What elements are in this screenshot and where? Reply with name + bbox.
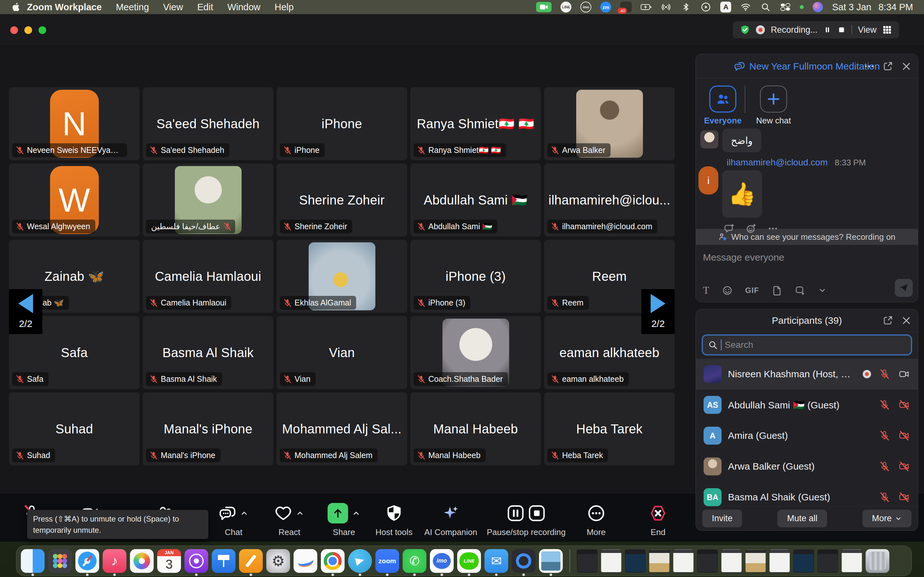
minimized-window-thumbnail[interactable] <box>745 550 766 572</box>
video-tile[interactable]: Manal's iPhone Manal's iPhone <box>143 392 273 466</box>
dock-zoom-icon[interactable]: zoom <box>375 549 399 573</box>
participant-row[interactable]: A Amira (Guest) <box>696 420 918 451</box>
video-tile[interactable]: Basma Al Shaik Basma Al Shaik <box>143 316 273 389</box>
dock-launchpad-icon[interactable] <box>48 549 72 573</box>
video-tile[interactable]: Sa'eed Shehadeh Sa'eed Shehadeh <box>143 87 273 160</box>
video-tile[interactable]: Heba Tarek Heba Tarek <box>544 392 675 466</box>
message-more-icon[interactable] <box>768 223 778 234</box>
format-text-icon[interactable]: T <box>703 284 709 296</box>
bluetooth-icon[interactable] <box>680 2 691 12</box>
video-tile[interactable]: ilhamamireh@iclou... ilhamamireh@icloud.… <box>544 163 675 237</box>
dock-preview-icon[interactable] <box>539 549 563 573</box>
chat-icon[interactable] <box>219 504 236 522</box>
chat-close-icon[interactable] <box>901 61 911 71</box>
share-chevron-icon[interactable] <box>352 509 360 517</box>
pause-recording-icon[interactable] <box>823 26 832 34</box>
participant-row[interactable]: AS Abdullah Sami 🇯🇴 (Guest) <box>696 390 918 420</box>
video-tile[interactable]: عطاف/حيفا فلسطين <box>143 163 273 237</box>
menu-clock[interactable]: Sat 3 Jan8:34 PM <box>832 2 913 13</box>
message-avatar[interactable]: i <box>698 166 718 195</box>
dock-calendar-icon[interactable]: JAN3 <box>157 549 181 573</box>
menu-zoom-workplace[interactable]: Zoom Workplace <box>20 2 109 13</box>
minimized-window-thumbnail[interactable] <box>842 550 862 572</box>
menu-view[interactable]: View <box>156 2 190 13</box>
menu-edit[interactable]: Edit <box>190 2 220 13</box>
dock-settings-icon[interactable]: ⚙ <box>266 549 290 573</box>
chat-message-bubble[interactable]: 👍 <box>722 170 762 218</box>
apple-logo-icon[interactable] <box>11 2 20 12</box>
participant-row[interactable]: BA Basma Al Shaik (Guest) <box>696 482 918 506</box>
share-control[interactable]: Share <box>328 503 360 537</box>
tab-new-chat[interactable]: New chat <box>754 85 793 126</box>
mute-all-button[interactable]: Mute all <box>777 510 827 527</box>
recording-control[interactable]: Pause/stop recording <box>487 503 565 537</box>
more-icon[interactable] <box>588 504 605 522</box>
video-tile[interactable]: Sherine Zoheir Sherine Zoheir <box>276 163 407 237</box>
minimized-window-thumbnail[interactable] <box>697 550 718 572</box>
airplay-hotspot-icon[interactable] <box>661 2 672 12</box>
wifi-icon[interactable] <box>740 2 751 12</box>
minimized-window-thumbnail[interactable] <box>673 550 694 572</box>
message-sender[interactable]: ilhamamireh@icloud.com <box>727 157 828 168</box>
attach-file-icon[interactable] <box>772 285 782 295</box>
invite-button[interactable]: Invite <box>702 510 742 527</box>
minimized-window-thumbnail[interactable] <box>577 550 598 572</box>
video-tile[interactable]: Suhad Suhad <box>9 392 140 466</box>
video-tile[interactable]: Arwa Balker <box>544 87 675 160</box>
video-tile[interactable]: N Neveen Sweis NEEVyana yoga <box>9 87 140 160</box>
line-status-icon[interactable]: LINE <box>561 2 572 13</box>
more-control[interactable]: More <box>586 503 606 537</box>
dock-keynote-icon[interactable] <box>212 549 236 573</box>
control-center-icon[interactable] <box>780 2 791 12</box>
video-tile[interactable]: Mohammed Alj Sal... Mohammed Alj Salem <box>276 392 407 466</box>
security-shield-icon[interactable] <box>740 25 750 35</box>
siri-icon[interactable] <box>813 2 823 12</box>
spotlight-search-icon[interactable] <box>760 2 771 12</box>
chat-compose-area[interactable]: Message everyone T GIF <box>696 245 918 302</box>
video-tile[interactable]: Ekhlas AlGamal <box>276 240 407 313</box>
pause-recording-button-icon[interactable] <box>507 505 524 522</box>
chat-chevron-icon[interactable] <box>240 509 248 517</box>
more-button[interactable]: More <box>863 510 912 527</box>
zoom-status-icon[interactable]: zm <box>600 2 611 13</box>
dock-mail-icon[interactable]: ✉ <box>485 549 508 573</box>
previous-page-button[interactable]: 2/2 <box>9 289 42 334</box>
imo-status-icon[interactable]: imo <box>580 2 591 13</box>
dock-music-icon[interactable]: ♪ <box>103 549 126 573</box>
send-message-button[interactable] <box>895 279 913 297</box>
dock-finder-icon[interactable] <box>21 549 45 573</box>
minimized-window-thumbnail[interactable] <box>721 550 742 572</box>
end-control[interactable]: End <box>649 503 667 537</box>
emoji-icon[interactable] <box>722 285 732 295</box>
dock-pages-icon[interactable] <box>239 549 263 573</box>
gif-icon[interactable]: GIF <box>745 286 759 295</box>
video-tile[interactable]: Abdullah Sami 🇵🇸 Abdullah Sami 🇵🇸 <box>410 163 541 237</box>
trash-icon[interactable] <box>866 549 889 573</box>
react-chevron-icon[interactable] <box>296 509 304 517</box>
minimize-window-button[interactable] <box>24 26 32 34</box>
app-badge-icon[interactable]: .40 <box>620 2 632 13</box>
participants-close-icon[interactable] <box>901 316 911 326</box>
zoom-window-button[interactable] <box>39 26 46 34</box>
add-reaction-icon[interactable] <box>746 223 756 234</box>
search-field[interactable] <box>703 335 911 354</box>
view-button-label[interactable]: View <box>858 25 877 35</box>
video-tile[interactable]: Vian Vian <box>276 316 407 389</box>
play-status-icon[interactable] <box>700 2 711 12</box>
chat-popout-icon[interactable] <box>883 61 893 71</box>
dock-quicktime-icon[interactable] <box>512 549 535 573</box>
minimized-window-thumbnail[interactable] <box>793 550 814 572</box>
host-tools-control[interactable]: Host tools <box>375 503 413 537</box>
battery-icon[interactable] <box>641 2 652 12</box>
dock-imo-icon[interactable]: imo <box>430 549 454 573</box>
video-tile[interactable]: iPhone (3) iPhone (3) <box>410 240 541 313</box>
reply-in-thread-icon[interactable] <box>724 223 734 234</box>
gallery-view-icon[interactable] <box>882 25 892 35</box>
react-heart-icon[interactable] <box>275 504 292 522</box>
video-tile[interactable]: Coach.Shatha Bader <box>410 316 541 389</box>
screen-capture-status-icon[interactable] <box>536 2 551 12</box>
share-screen-icon[interactable] <box>328 503 348 524</box>
menu-window[interactable]: Window <box>220 2 268 13</box>
react-control[interactable]: React <box>275 503 304 537</box>
host-tools-shield-icon[interactable] <box>385 504 403 522</box>
